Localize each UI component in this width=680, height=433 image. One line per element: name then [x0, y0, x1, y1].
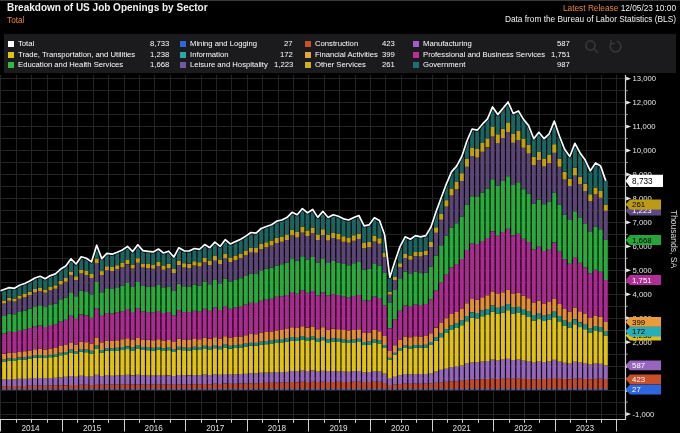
svg-text:2016: 2016 — [145, 424, 164, 433]
svg-text:2017: 2017 — [206, 424, 225, 433]
svg-text:2019: 2019 — [329, 424, 348, 433]
svg-text:13,000: 13,000 — [633, 74, 657, 83]
svg-text:2018: 2018 — [268, 424, 287, 433]
svg-text:2020: 2020 — [391, 424, 410, 433]
svg-text:1,751: 1,751 — [632, 276, 652, 285]
svg-text:10,000: 10,000 — [633, 146, 657, 155]
svg-text:27: 27 — [632, 385, 641, 394]
svg-text:172: 172 — [632, 327, 645, 336]
svg-text:423: 423 — [632, 375, 645, 384]
svg-text:12,000: 12,000 — [633, 98, 657, 107]
svg-text:11,000: 11,000 — [633, 122, 656, 131]
svg-text:399: 399 — [632, 318, 645, 327]
svg-text:5,000: 5,000 — [633, 266, 652, 275]
svg-text:2021: 2021 — [453, 424, 472, 433]
svg-text:587: 587 — [632, 361, 645, 370]
svg-text:1,668: 1,668 — [632, 236, 652, 245]
svg-text:2022: 2022 — [514, 424, 533, 433]
svg-text:261: 261 — [632, 200, 645, 209]
svg-text:Thousands, SA: Thousands, SA — [669, 210, 679, 268]
svg-text:2023: 2023 — [576, 424, 595, 433]
svg-text:-1,000: -1,000 — [633, 410, 655, 419]
svg-text:2014: 2014 — [21, 424, 40, 433]
svg-text:2015: 2015 — [83, 424, 102, 433]
svg-text:7,000: 7,000 — [633, 218, 652, 227]
svg-text:8,733: 8,733 — [632, 177, 653, 186]
svg-text:4,000: 4,000 — [633, 290, 652, 299]
